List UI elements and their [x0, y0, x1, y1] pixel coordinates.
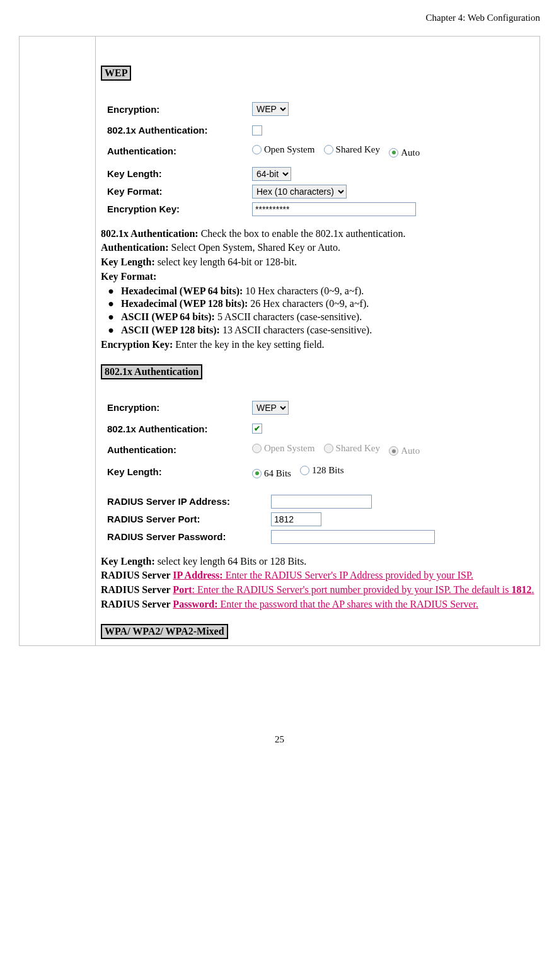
dot1x-desc-port: RADIUS Server Port: Enter the RADIUS Ser… — [101, 584, 534, 597]
dot1x2-checkbox[interactable]: ✔ — [252, 424, 262, 434]
wep-desc-auth: Authentication: Select Open System, Shar… — [101, 241, 534, 255]
wpa-title: WPA/ WPA2/ WPA2-Mixed — [101, 624, 228, 639]
auth2-shared-label: Shared Key — [336, 443, 380, 454]
radius-port-input[interactable] — [271, 512, 321, 526]
page-number: 25 — [19, 734, 540, 745]
auth-auto-radio[interactable] — [389, 148, 398, 158]
keyfmt-bullets: ●Hexadecimal (WEP 64 bits): 10 Hex chara… — [101, 285, 534, 337]
keylen-select[interactable]: 64-bit — [252, 167, 291, 181]
label-keyfmt: Key Format: — [107, 186, 252, 197]
label2-dot1x: 802.1x Authentication: — [107, 424, 252, 434]
dot1x-desc-pw: RADIUS Server Password: Enter the passwo… — [101, 598, 534, 611]
left-column-spacer — [20, 37, 96, 645]
keylen-128-radio[interactable] — [300, 466, 309, 475]
label-keylen: Key Length: — [107, 168, 252, 179]
content-frame: WEP Encryption: WEP 802.1x Authenticatio… — [19, 36, 540, 646]
label-radius-pw: RADIUS Server Password: — [107, 531, 271, 542]
label2-auth: Authentication: — [107, 444, 252, 455]
keyfmt-select[interactable]: Hex (10 characters) — [252, 185, 347, 199]
bullet-ascii64: ●ASCII (WEP 64 bits): 5 ASCII characters… — [101, 311, 534, 324]
label-encryption: Encryption: — [107, 104, 252, 115]
enckey-input[interactable] — [252, 202, 416, 216]
auth2-open-label: Open System — [264, 443, 314, 454]
label-dot1x: 802.1x Authentication: — [107, 125, 252, 135]
bullet-hex128: ●Hexadecimal (WEP 128 bits): 26 Hex char… — [101, 297, 534, 311]
encryption2-select[interactable]: WEP — [252, 401, 289, 415]
wep-title: WEP — [101, 66, 131, 81]
radius-pw-input[interactable] — [271, 530, 435, 544]
dot1x-checkbox[interactable] — [252, 125, 262, 135]
chapter-header: Chapter 4: Web Configuration — [19, 13, 540, 23]
auth2-open-radio — [252, 444, 262, 453]
keylen-64-label: 64 Bits — [264, 468, 291, 479]
wep-desc-enckey: Encryption Key: Enter the key in the key… — [101, 338, 534, 352]
dot1x-desc-ip: RADIUS Server IP Address: Enter the RADI… — [101, 569, 534, 582]
auth2-auto-label: Auto — [401, 446, 420, 456]
auth2-shared-radio — [324, 444, 333, 453]
label-radius-port: RADIUS Server Port: — [107, 514, 271, 524]
label-auth: Authentication: — [107, 146, 252, 156]
wep-desc-keylen: Key Length: select key length 64-bit or … — [101, 256, 534, 269]
keylen-64-radio[interactable] — [252, 469, 262, 478]
auth-auto-label: Auto — [401, 147, 420, 158]
right-column: WEP Encryption: WEP 802.1x Authenticatio… — [96, 37, 539, 645]
wep-form: Encryption: WEP 802.1x Authentication: A… — [101, 87, 534, 226]
auth-open-label: Open System — [264, 144, 314, 155]
label2-encryption: Encryption: — [107, 402, 252, 413]
bullet-ascii128: ●ASCII (WEP 128 bits): 13 ASCII characte… — [101, 324, 534, 337]
keylen-128-label: 128 Bits — [312, 465, 343, 476]
bullet-hex64: ●Hexadecimal (WEP 64 bits): 10 Hex chara… — [101, 285, 534, 298]
label-enckey: Encryption Key: — [107, 204, 252, 214]
wep-desc-dot1x: 802.1x Authentication: Check the box to … — [101, 228, 534, 241]
auth-shared-radio[interactable] — [324, 145, 333, 154]
encryption-select[interactable]: WEP — [252, 102, 289, 116]
dot1x-form: Encryption: WEP 802.1x Authentication: ✔… — [101, 386, 534, 554]
auth-open-radio[interactable] — [252, 145, 262, 154]
auth2-auto-radio — [389, 446, 398, 456]
dot1x-desc-keylen: Key Length: select key length 64 Bits or… — [101, 555, 534, 568]
radius-ip-input[interactable] — [271, 495, 372, 509]
wep-desc-keyfmt: Key Format: — [101, 270, 534, 284]
label-radius-ip: RADIUS Server IP Address: — [107, 496, 271, 507]
auth-shared-label: Shared Key — [336, 144, 380, 155]
label2-keylen: Key Length: — [107, 466, 252, 477]
dot1x-title: 802.1x Authentication — [101, 364, 202, 379]
